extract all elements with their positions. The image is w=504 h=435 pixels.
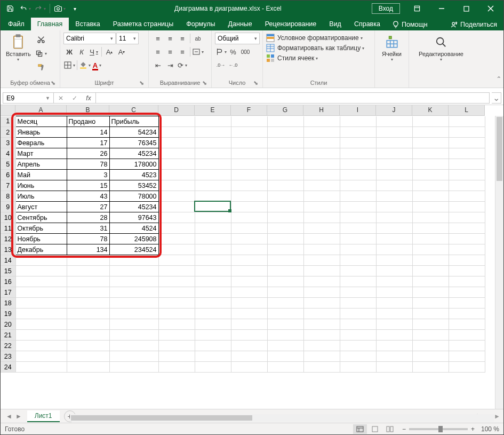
cell[interactable]: Июль — [15, 191, 67, 202]
cell[interactable] — [376, 127, 412, 138]
cell[interactable] — [158, 362, 195, 373]
cell[interactable] — [67, 341, 109, 351]
cell[interactable] — [340, 212, 376, 223]
row-header[interactable]: 20 — [1, 319, 15, 330]
increase-indent-icon[interactable]: ⇥ — [164, 59, 176, 71]
cell[interactable] — [303, 319, 340, 330]
minimize-icon[interactable] — [430, 1, 453, 17]
maximize-icon[interactable] — [454, 1, 478, 17]
decrease-indent-icon[interactable]: ⇤ — [152, 59, 164, 71]
cell[interactable] — [195, 309, 231, 319]
expand-formula-bar-icon[interactable]: ⌄ — [492, 92, 501, 104]
cell[interactable] — [303, 127, 340, 138]
formula-input[interactable] — [96, 92, 490, 104]
cell[interactable] — [376, 309, 412, 319]
cell[interactable] — [449, 266, 485, 276]
cut-icon[interactable] — [35, 34, 47, 45]
cell[interactable] — [195, 255, 231, 266]
cell[interactable] — [15, 266, 67, 276]
cell[interactable] — [449, 138, 485, 148]
cell[interactable] — [340, 276, 376, 287]
cell[interactable] — [412, 255, 449, 266]
cell[interactable]: 28 — [67, 212, 109, 223]
cell[interactable] — [109, 351, 158, 362]
cell[interactable] — [267, 298, 303, 309]
cell[interactable] — [449, 180, 485, 191]
row-header[interactable]: 15 — [1, 266, 15, 276]
align-left-icon[interactable]: ≡ — [152, 46, 164, 58]
cell[interactable]: Январь — [15, 127, 67, 138]
row-header[interactable]: 3 — [1, 138, 15, 148]
cell[interactable] — [340, 330, 376, 341]
row-header[interactable]: 4 — [1, 148, 15, 159]
cell[interactable]: 78000 — [109, 191, 158, 202]
cell[interactable] — [158, 202, 195, 212]
cell[interactable] — [303, 202, 340, 212]
cell[interactable] — [340, 266, 376, 276]
cell[interactable] — [158, 244, 195, 255]
row-header[interactable]: 8 — [1, 191, 15, 202]
select-all-corner[interactable] — [1, 105, 15, 116]
row-header[interactable]: 22 — [1, 341, 15, 351]
cell[interactable] — [412, 319, 449, 330]
cell[interactable] — [195, 212, 231, 223]
cell[interactable] — [109, 287, 158, 298]
column-header[interactable]: K — [412, 105, 449, 116]
cell[interactable] — [109, 309, 158, 319]
cell[interactable] — [231, 223, 267, 234]
cell[interactable] — [231, 148, 267, 159]
cell[interactable] — [340, 223, 376, 234]
cell[interactable] — [267, 309, 303, 319]
cell[interactable]: 78 — [67, 234, 109, 244]
cell[interactable] — [267, 223, 303, 234]
row-header[interactable]: 17 — [1, 287, 15, 298]
cell[interactable] — [231, 244, 267, 255]
cell[interactable]: 14 — [67, 127, 109, 138]
cell[interactable] — [303, 255, 340, 266]
alignment-launcher-icon[interactable]: ⬊ — [201, 79, 208, 86]
cell[interactable] — [449, 362, 485, 373]
cell[interactable] — [231, 159, 267, 170]
column-header[interactable]: E — [195, 105, 231, 116]
cell[interactable] — [67, 351, 109, 362]
cell[interactable] — [15, 255, 67, 266]
cell[interactable] — [376, 170, 412, 180]
cell[interactable] — [376, 341, 412, 351]
cell[interactable] — [231, 351, 267, 362]
column-header[interactable]: L — [449, 105, 485, 116]
zoom-control[interactable]: − + 100 % — [402, 425, 499, 433]
cell[interactable] — [376, 212, 412, 223]
cell[interactable] — [231, 170, 267, 180]
column-header[interactable]: G — [267, 105, 303, 116]
column-header[interactable]: H — [303, 105, 340, 116]
cell[interactable] — [158, 138, 195, 148]
decrease-font-icon[interactable]: A▾ — [116, 46, 127, 58]
cell[interactable] — [303, 330, 340, 341]
cell[interactable] — [231, 276, 267, 287]
cell[interactable] — [15, 330, 67, 341]
cell[interactable] — [303, 234, 340, 244]
cell[interactable]: Апрель — [15, 159, 67, 170]
font-size-combo[interactable]: 11▾ — [116, 33, 139, 44]
cell[interactable] — [303, 116, 340, 127]
cell[interactable] — [340, 298, 376, 309]
cell[interactable] — [195, 127, 231, 138]
row-header[interactable]: 12 — [1, 234, 15, 244]
cell[interactable] — [376, 319, 412, 330]
cell[interactable] — [412, 127, 449, 138]
orientation-icon[interactable]: ⟳ — [177, 59, 188, 71]
cell[interactable]: Октябрь — [15, 223, 67, 234]
cell[interactable] — [267, 180, 303, 191]
cell[interactable] — [412, 234, 449, 244]
cell[interactable] — [267, 170, 303, 180]
cell[interactable] — [376, 116, 412, 127]
row-header[interactable]: 21 — [1, 330, 15, 341]
row-header[interactable]: 23 — [1, 351, 15, 362]
enter-formula-icon[interactable]: ✓ — [68, 94, 82, 102]
cell[interactable] — [195, 180, 231, 191]
cell[interactable] — [231, 234, 267, 244]
cell[interactable] — [412, 170, 449, 180]
cell[interactable]: 15 — [67, 180, 109, 191]
cell[interactable] — [195, 319, 231, 330]
cell[interactable] — [376, 298, 412, 309]
